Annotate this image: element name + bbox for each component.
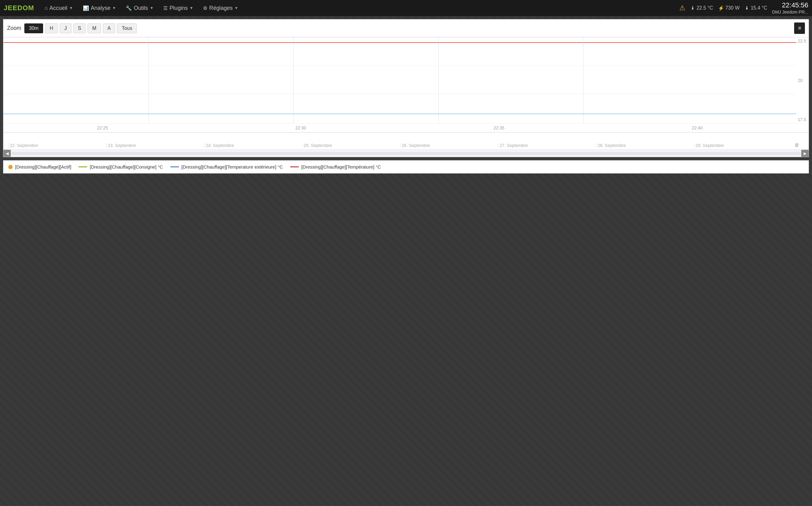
nav-month-2: 24. Septembre (204, 143, 302, 148)
zoom-btn-H[interactable]: H (45, 23, 58, 33)
zoom-btn-M[interactable]: M (88, 23, 101, 33)
analyse-icon: 📊 (83, 5, 89, 11)
bolt-icon: ⚡ (718, 5, 724, 11)
y-value-lower: 17.5 (798, 117, 806, 122)
legend-label-temp-ext: [Dressing][Chauffage][Temperature extéri… (182, 164, 283, 169)
device-name: DMJ Jeedom PR... (772, 10, 808, 15)
x-label-4: 22:40 (692, 125, 703, 131)
zoom-btn-30m[interactable]: 30m (24, 23, 43, 33)
line-temp-ext (3, 114, 796, 114)
nav-analyse-label: Analyse (91, 5, 111, 11)
thermometer2-icon: 🌡 (744, 5, 749, 11)
nav-left-handle[interactable]: ◀ (3, 150, 11, 157)
nav-plugins-label: Plugins (170, 5, 188, 11)
main-content: Zoom 30m H J S M A Tous ≡ 22.5 20 17.5 (0, 19, 812, 173)
zoom-btn-A[interactable]: A (103, 23, 115, 33)
legend-item-consigne: [Dressing][Chauffage][Consigne] °C (79, 164, 163, 169)
temp1-display: 🌡 22.5 °C (690, 5, 713, 11)
chart-container: Zoom 30m H J S M A Tous ≡ 22.5 20 17.5 (3, 19, 809, 133)
legend-dash-temp (290, 166, 299, 167)
home-icon: ⌂ (45, 5, 48, 11)
nav-accueil-label: Accueil (49, 5, 68, 11)
legend-label-consigne: [Dressing][Chauffage][Consigne] °C (90, 164, 163, 169)
nav-accueil[interactable]: ⌂ Accueil ▼ (40, 3, 77, 13)
nav-month-1: 23. Septembre (106, 143, 204, 148)
outils-caret-icon: ▼ (150, 6, 154, 10)
legend-item-temp: [Dressing][Chauffage][Température] °C (290, 164, 381, 169)
app-logo[interactable]: JEEDOM (4, 4, 34, 12)
reglages-caret-icon: ▼ (234, 6, 238, 10)
time-value: 22:45:56 (772, 1, 808, 9)
chart-menu-button[interactable]: ≡ (794, 22, 805, 34)
zoom-btn-J[interactable]: J (60, 23, 72, 33)
nav-month-3: 25. Septembre (302, 143, 400, 148)
tick-3 (438, 37, 439, 123)
clock-display: 22:45:56 DMJ Jeedom PR... (772, 1, 808, 14)
x-label-1: 22:25 (97, 125, 108, 131)
y-value-mid: 20 (798, 78, 806, 83)
nav-reglages[interactable]: ⚙ Réglages ▼ (199, 3, 242, 13)
nav-outils[interactable]: 🔧 Outils ▼ (121, 3, 158, 13)
nav-month-6: 28. Septembre (596, 143, 694, 148)
accueil-caret-icon: ▼ (69, 6, 73, 10)
y-axis: 22.5 20 17.5 (798, 37, 806, 123)
nav-right-handle[interactable]: ▶ (801, 150, 809, 157)
outils-icon: 🔧 (126, 5, 132, 11)
y-value-top: 22.5 (798, 38, 806, 44)
tick-4 (583, 37, 584, 123)
nav-month-5: 27. Septembre (498, 143, 596, 148)
x-label-3: 22:35 (494, 125, 504, 131)
zoom-btn-S[interactable]: S (73, 23, 86, 33)
tick-2 (293, 37, 294, 123)
zoom-btn-tous[interactable]: Tous (117, 23, 137, 33)
nav-plugins[interactable]: ☰ Plugins ▼ (159, 3, 197, 13)
navigator[interactable]: 22. Septembre 23. Septembre 24. Septembr… (3, 133, 809, 157)
nav-delete-icon[interactable]: 🗑 (794, 142, 804, 148)
line-temperature (3, 42, 796, 43)
gear-icon: ⚙ (203, 5, 207, 11)
temp2-display: 🌡 15.4 °C (744, 5, 767, 11)
plugins-caret-icon: ▼ (189, 6, 193, 10)
nav-outils-label: Outils (134, 5, 148, 11)
nav-month-0: 22. Septembre (8, 143, 106, 148)
legend-label-temp: [Dressing][Chauffage][Température] °C (301, 164, 381, 169)
navbar-right: ⚠ 🌡 22.5 °C ⚡ 730 W 🌡 15.4 °C 22:45:56 D… (679, 1, 808, 14)
plugins-icon: ☰ (163, 5, 168, 11)
chart-plot: 22.5 20 17.5 (3, 37, 809, 123)
legend-label-actif: [Dressing][Chauffage][Actif] (15, 164, 71, 169)
legend-item-actif: [Dressing][Chauffage][Actif] (8, 164, 71, 169)
nav-reglages-label: Réglages (209, 5, 232, 11)
warning-icon[interactable]: ⚠ (679, 4, 685, 12)
power-display: ⚡ 730 W (718, 5, 740, 11)
zoom-label: Zoom (7, 25, 21, 31)
nav-month-4: 26. Septembre (400, 143, 498, 148)
zoom-toolbar: Zoom 30m H J S M A Tous ≡ (3, 19, 809, 37)
thermometer-icon: 🌡 (690, 5, 695, 11)
tick-1 (148, 37, 149, 123)
navbar: JEEDOM ⌂ Accueil ▼ 📊 Analyse ▼ 🔧 Outils … (0, 0, 812, 16)
legend-dash-consigne (79, 166, 87, 167)
legend-dash-temp-ext (170, 166, 179, 167)
nav-month-7: 29. Septembre (694, 143, 792, 148)
legend-bar: [Dressing][Chauffage][Actif] [Dressing][… (3, 160, 809, 173)
analyse-caret-icon: ▼ (112, 6, 116, 10)
navigator-scrollbar: ◀ ▶ (3, 150, 809, 157)
legend-item-temp-ext: [Dressing][Chauffage][Temperature extéri… (170, 164, 283, 169)
nav-items: ⌂ Accueil ▼ 📊 Analyse ▼ 🔧 Outils ▼ ☰ Plu… (40, 3, 679, 13)
x-label-2: 22:30 (295, 125, 306, 131)
nav-analyse[interactable]: 📊 Analyse ▼ (79, 3, 120, 13)
nav-range (11, 152, 801, 155)
x-axis: 22:25 22:30 22:35 22:40 (3, 123, 809, 132)
legend-dot-actif (8, 165, 13, 169)
navigator-months: 22. Septembre 23. Septembre 24. Septembr… (3, 133, 809, 148)
chart-lines (3, 37, 796, 123)
